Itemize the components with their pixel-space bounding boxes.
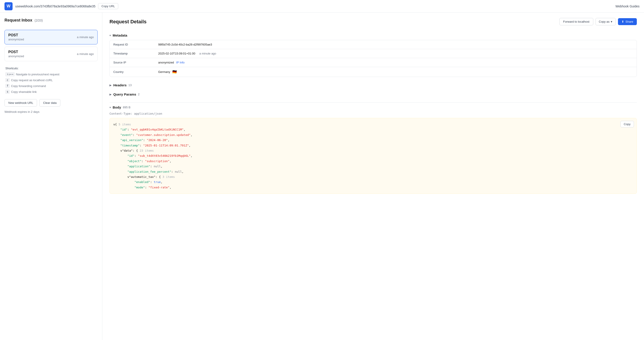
request-time-1: a minute ago <box>77 35 94 39</box>
headers-section-header[interactable]: ▶ Headers 13 <box>110 80 637 90</box>
shortcut-navigate: ↑↓←→ Navigate to previous/next request <box>6 72 97 76</box>
content-actions: Forward to localhost Copy as ▾ ⬆ Share <box>560 18 637 25</box>
request-label-1: anonymized <box>8 38 24 41</box>
germany-flag: 🇩🇪 <box>172 70 177 74</box>
chevron-down-icon: ▾ <box>611 20 612 23</box>
content-header: Request Details Forward to localhost Cop… <box>110 18 637 25</box>
request-label-2: anonymized <box>8 54 24 58</box>
shortcut-copy-shareable: s Copy shareable link <box>6 90 97 94</box>
headers-section-title: Headers <box>113 83 126 87</box>
topbar-left: W usewebhook.com/3743fb078a3e93a0969a7ce… <box>4 2 118 10</box>
body-section-title: Body <box>113 105 121 109</box>
headers-count: 13 <box>128 83 132 87</box>
body-size: 895 B <box>123 106 130 109</box>
new-webhook-button[interactable]: New webhook URL <box>4 99 37 106</box>
json-line-5: "timestamp": "2025-01-11T14:09:01.791Z", <box>113 143 633 148</box>
json-line-12: "enabled": true, <box>113 179 633 185</box>
topbar: W usewebhook.com/3743fb078a3e93a0969a7ce… <box>0 0 644 12</box>
request-method-1: POST <box>8 33 24 37</box>
shortcut-copy-curl: c Copy request as localhost cURL <box>6 78 97 82</box>
json-line-13: "mode": "fixed-rate", <box>113 185 633 190</box>
metadata-row-source-ip: Source IP anonymized IP Info <box>110 58 636 67</box>
expires-text: Webhook expires in 2 days <box>4 110 98 113</box>
request-item-2[interactable]: POST anonymized a minute ago <box>4 47 98 61</box>
query-params-section: ▶ Query Params 2 <box>110 90 637 99</box>
content-area: Request Details Forward to localhost Cop… <box>102 12 644 340</box>
body-section: ▾ Body 895 B Content-Type: application/j… <box>110 102 637 194</box>
query-params-chevron-icon: ▶ <box>110 93 112 96</box>
metadata-section-header[interactable]: ▾ Metadata <box>110 31 637 40</box>
webhook-url: usewebhook.com/3743fb078a3e93a0969a7ce80… <box>15 4 95 8</box>
shortcuts: Shortcuts: ↑↓←→ Navigate to previous/nex… <box>4 67 98 94</box>
logo: W <box>4 2 12 10</box>
query-params-section-title: Query Params <box>113 92 136 96</box>
headers-chevron-icon: ▶ <box>110 84 112 87</box>
metadata-section-title: Metadata <box>113 33 127 37</box>
json-line-6: v"data": { 23 items <box>113 148 633 153</box>
forward-to-localhost-button[interactable]: Forward to localhost <box>560 18 593 25</box>
json-line-8: "object": "subscription", <box>113 159 633 164</box>
content-title: Request Details <box>110 19 146 25</box>
json-line-11: v"automatic_tax": { 3 items <box>113 174 633 179</box>
metadata-row-request-id: Request ID 98f0d745-2c0d-40c2-ba26-d2f99… <box>110 40 636 49</box>
json-viewer: Copy v{ 5 items "id": "evt_qqbK01v4qaIbK… <box>110 118 637 194</box>
copy-body-button[interactable]: Copy <box>620 121 634 127</box>
main-layout: Request Inbox (2/20) POST anonymized a m… <box>0 12 644 340</box>
clear-data-button[interactable]: Clear data <box>39 99 60 106</box>
share-icon: ⬆ <box>622 20 624 23</box>
request-method-2: POST <box>8 50 24 54</box>
json-line-7: "id": "sub_t4dXt03v540A219Yb1Mqqb6L", <box>113 153 633 158</box>
metadata-chevron-icon: ▾ <box>110 34 111 37</box>
copy-as-button[interactable]: Copy as ▾ <box>596 18 616 25</box>
metadata-row-timestamp: Timestamp 2025-02-10T15:09:01+01:00 a mi… <box>110 49 636 58</box>
metadata-section: ▾ Metadata Request ID 98f0d745-2c0d-40c2… <box>110 31 637 77</box>
sidebar: Request Inbox (2/20) POST anonymized a m… <box>0 12 102 340</box>
webhook-guides-link[interactable]: Webhook Guides <box>616 4 640 8</box>
sidebar-header: Request Inbox (2/20) <box>4 18 98 26</box>
ip-info-link[interactable]: IP Info <box>176 61 184 64</box>
body-chevron-icon: ▾ <box>110 106 111 109</box>
headers-section: ▶ Headers 13 <box>110 80 637 90</box>
request-time-2: a minute ago <box>77 52 94 56</box>
request-item-1[interactable]: POST anonymized a minute ago <box>4 30 98 44</box>
metadata-row-country: Country Germany 🇩🇪 <box>110 67 636 77</box>
shortcut-copy-forward: f Copy forwarding command <box>6 84 97 88</box>
body-section-header[interactable]: ▾ Body 895 B <box>110 102 637 112</box>
share-button[interactable]: ⬆ Share <box>618 18 637 25</box>
sidebar-title: Request Inbox <box>4 18 32 23</box>
metadata-table: Request ID 98f0d745-2c0d-40c2-ba26-d2f99… <box>110 40 637 77</box>
copy-url-button[interactable]: Copy URL <box>98 3 118 9</box>
sidebar-count: (2/20) <box>34 19 43 22</box>
query-params-count: 2 <box>138 93 140 96</box>
json-line-2: "id": "evt_qqbK01v4qaIbKLtadXiNCC1M", <box>113 127 633 132</box>
json-line-4: "api_version": "2024-06-20", <box>113 137 633 143</box>
shortcuts-title: Shortcuts: <box>6 67 97 70</box>
query-params-section-header[interactable]: ▶ Query Params 2 <box>110 90 637 99</box>
sidebar-actions: New webhook URL Clear data <box>4 99 98 106</box>
content-type-label: Content-Type: application/json <box>110 112 637 115</box>
json-line-9: "application": null, <box>113 164 633 169</box>
json-line-10: "application_fee_percent": null, <box>113 169 633 174</box>
json-line-1: v{ 5 items <box>113 122 633 127</box>
json-line-3: "event": "customer.subscription.updated"… <box>113 132 633 137</box>
